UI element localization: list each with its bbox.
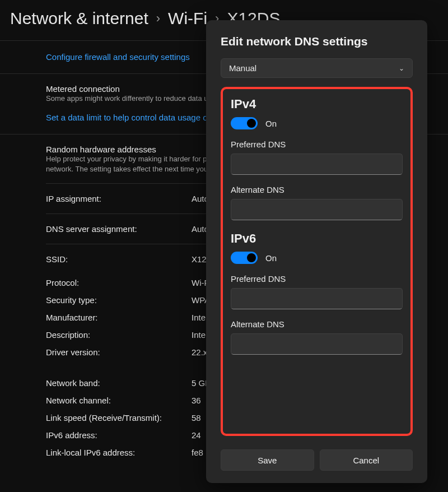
ipv4-alternate-input[interactable] — [231, 199, 403, 220]
ipv4-preferred-input[interactable] — [231, 154, 403, 175]
detail-val: 24 — [192, 430, 201, 440]
ipv4-block: IPv4 On Preferred DNS Alternate DNS — [231, 97, 403, 228]
detail-key: Link speed (Receive/Transmit): — [46, 413, 192, 423]
chevron-down-icon: ⌄ — [399, 64, 404, 72]
breadcrumb-root[interactable]: Network & internet — [10, 9, 148, 28]
ipv6-preferred-label: Preferred DNS — [231, 274, 403, 284]
detail-key: Network band: — [46, 378, 192, 388]
ipv6-toggle-state: On — [265, 253, 277, 263]
detail-key: Network channel: — [46, 396, 192, 405]
ipv4-label: IPv4 — [231, 97, 403, 112]
ipv6-alternate-label: Alternate DNS — [231, 319, 403, 329]
ipv4-alternate-label: Alternate DNS — [231, 185, 403, 194]
breadcrumb-wifi[interactable]: Wi-Fi — [168, 9, 207, 28]
detail-key: Protocol: — [46, 278, 192, 287]
dns-mode-value: Manual — [229, 63, 256, 73]
detail-val: 36 — [192, 396, 201, 405]
dns-config-highlight: IPv4 On Preferred DNS Alternate DNS IPv6… — [221, 87, 413, 436]
dns-mode-select[interactable]: Manual ⌄ — [221, 58, 413, 78]
ipv4-toggle-state: On — [265, 119, 277, 128]
detail-key: Description: — [46, 330, 192, 340]
ipv6-block: IPv6 On Preferred DNS Alternate DNS — [231, 231, 403, 363]
ipv6-preferred-input[interactable] — [231, 288, 403, 309]
cancel-button[interactable]: Cancel — [320, 449, 413, 471]
detail-key: Link-local IPv6 address: — [46, 448, 192, 457]
detail-val: 22.x — [192, 347, 207, 357]
detail-key: Security type: — [46, 295, 192, 305]
ipv6-label: IPv6 — [231, 231, 403, 246]
detail-val: fe8 — [192, 448, 203, 457]
detail-key: IPv6 address: — [46, 430, 192, 440]
dns-settings-dialog: Edit network DNS settings Manual ⌄ IPv4 … — [206, 20, 427, 483]
firewall-link[interactable]: Configure firewall and security settings — [46, 47, 190, 68]
ipv6-alternate-input[interactable] — [231, 333, 403, 355]
ipv4-preferred-label: Preferred DNS — [231, 140, 403, 149]
dns-assignment-label: DNS server assignment: — [46, 224, 192, 234]
ip-assignment-label: IP assignment: — [46, 194, 192, 203]
detail-key: Manufacturer: — [46, 313, 192, 322]
chevron-right-icon: › — [156, 11, 160, 26]
detail-key: SSID: — [46, 254, 192, 264]
save-button[interactable]: Save — [221, 449, 314, 471]
detail-val: 58 — [192, 413, 201, 423]
ipv4-toggle[interactable] — [231, 117, 258, 129]
dialog-title: Edit network DNS settings — [221, 35, 413, 48]
ipv6-toggle[interactable] — [231, 252, 258, 264]
detail-key: Driver version: — [46, 347, 192, 357]
